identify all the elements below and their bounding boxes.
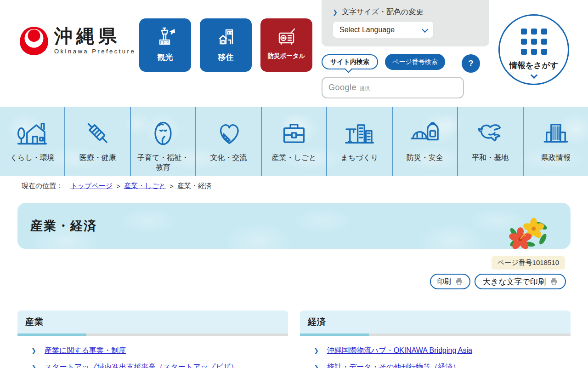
chevron-right-icon: ❯ [314, 347, 319, 354]
economy-heading-box: 経済 [300, 310, 571, 334]
okinawa-symbol-icon [19, 26, 49, 56]
house-tree-icon [16, 117, 49, 150]
nav-item-kosodate-fukushi[interactable]: 子育て・福祉・教育 [131, 107, 196, 176]
print-large-text-button[interactable]: 大きな文字で印刷 [475, 274, 566, 289]
chevron-right-icon: ❯ [31, 364, 36, 368]
list-item: ❯ 統計・データ・その他刊行物等（経済） [314, 362, 571, 368]
link-industry-programs[interactable]: 産業に関する事業・制度 [45, 346, 126, 356]
main-content: 産業・経済 [17, 203, 571, 368]
link-startup-visa[interactable]: スタートアップ域内進出支援事業（スタートアップビザ） [45, 362, 238, 368]
list-item: ❯ 沖縄国際物流ハブ・OKINAWA Bridging Asia [314, 346, 571, 356]
chevron-right-icon: ❯ [31, 347, 36, 354]
nav-item-bunka-koryu[interactable]: 文化・交流 [196, 107, 261, 176]
printer-icon [455, 278, 463, 285]
nav-item-iryo-kenko[interactable]: 医療・健康 [65, 107, 130, 176]
gov-building-icon [539, 117, 572, 150]
chevron-down-icon [530, 72, 537, 79]
link-logistics-hub[interactable]: 沖縄国際物流ハブ・OKINAWA Bridging Asia [327, 346, 472, 356]
site-title: 沖縄県 [54, 26, 136, 46]
nav-item-heiwa-kichi[interactable]: 平和・基地 [458, 107, 523, 176]
heading-underline [300, 334, 571, 336]
section-industry: 産業 ❯ 産業に関する事業・制度 ❯ スタートアップ域内進出支援事業（スタートア… [17, 310, 288, 368]
main-navigation: くらし・環境 医療・健康 子育て・福祉・教育 文化・交流 [0, 107, 588, 176]
nav-item-kurashi-kankyo[interactable]: くらし・環境 [0, 107, 65, 176]
city-crane-icon [343, 117, 376, 150]
tourism-button[interactable]: 観光 [139, 18, 191, 72]
airport-tower-icon [154, 26, 176, 48]
handshake-heart-icon [212, 117, 245, 150]
find-info-button[interactable]: 情報をさがす [498, 14, 569, 85]
chevron-down-icon [422, 26, 428, 33]
help-button[interactable]: ? [462, 54, 480, 73]
grid-menu-icon [521, 29, 547, 55]
site-search-tab[interactable]: サイト内検索 [322, 54, 378, 69]
page-title-banner: 産業・経済 [17, 203, 571, 249]
list-item: ❯ 産業に関する事業・制度 [31, 346, 288, 356]
baby-icon [147, 117, 180, 150]
link-statistics-data[interactable]: 統計・データ・その他刊行物等（経済） [327, 362, 460, 368]
page-number-badge: ページ番号1018510 [492, 256, 565, 270]
language-select[interactable]: Select Language [333, 21, 434, 38]
migration-button[interactable]: 移住 [200, 18, 252, 72]
printer-icon [550, 278, 558, 285]
chevron-right-icon: ❯ [333, 9, 338, 16]
nav-item-kensei-joho[interactable]: 県政情報 [524, 107, 588, 176]
industry-heading-box: 産業 [17, 310, 288, 334]
breadcrumb: 現在の位置： トップページ > 産業・しごと > 産業・経済 [22, 182, 588, 190]
search-input[interactable] [322, 77, 464, 98]
breadcrumb-current: 産業・経済 [177, 182, 212, 190]
building-house-icon [215, 26, 237, 48]
heading-underline [17, 334, 288, 336]
syringe-icon [81, 117, 114, 150]
nav-item-sangyo-shigoto[interactable]: 産業・しごと [262, 107, 327, 176]
breadcrumb-home-link[interactable]: トップページ [70, 182, 113, 190]
chevron-right-icon: ❯ [314, 364, 319, 368]
industry-heading: 産業 [25, 316, 44, 328]
font-size-color-link[interactable]: ❯ 文字サイズ・配色の変更 [333, 7, 478, 17]
helmet-backpack-icon [408, 117, 441, 150]
nav-item-machizukuri[interactable]: まちづくり [327, 107, 392, 176]
briefcase-icon [277, 117, 311, 150]
hibiscus-flowers-icon [505, 215, 551, 253]
page-number-search-button[interactable]: ページ番号検索 [385, 54, 445, 70]
dove-icon [474, 117, 507, 150]
okinawa-logo[interactable]: 沖縄県 Okinawa Prefecture [19, 26, 136, 56]
list-item: ❯ スタートアップ域内進出支援事業（スタートアップビザ） [31, 362, 288, 368]
economy-heading: 経済 [308, 316, 326, 328]
site-search-field: Google 提供 [322, 77, 464, 98]
print-button[interactable]: 印刷 [430, 274, 470, 289]
disaster-portal-button[interactable]: 防災ポータル [260, 18, 312, 72]
site-header: 沖縄県 Okinawa Prefecture 観光 [0, 0, 588, 107]
utility-panel: ❯ 文字サイズ・配色の変更 Select Language [322, 0, 489, 46]
section-economy: 経済 ❯ 沖縄国際物流ハブ・OKINAWA Bridging Asia ❯ 統計… [300, 310, 571, 368]
breadcrumb-sangyo-link[interactable]: 産業・しごと [124, 182, 166, 190]
site-subtitle: Okinawa Prefecture [54, 48, 136, 55]
nav-item-bosai-anzen[interactable]: 防災・安全 [393, 107, 458, 176]
page-title: 産業・経済 [30, 218, 97, 234]
radio-icon [276, 26, 298, 48]
